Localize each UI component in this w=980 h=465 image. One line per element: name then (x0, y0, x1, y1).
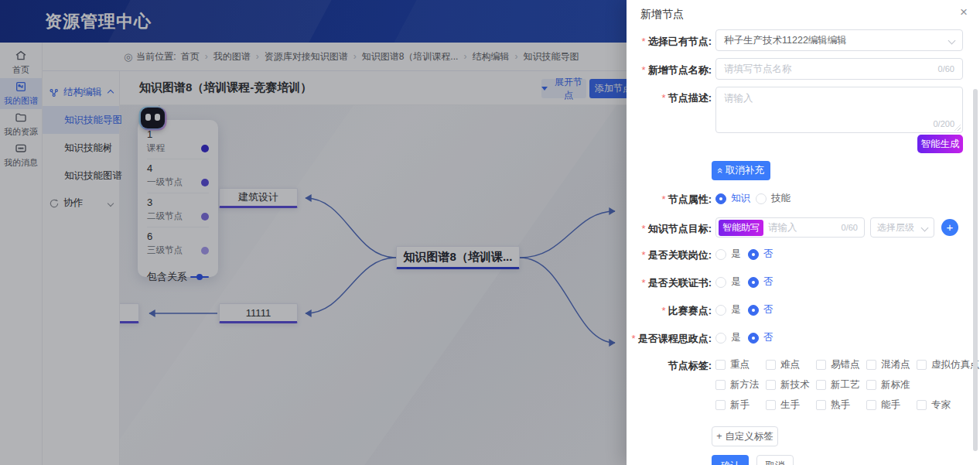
required-asterisk: * (642, 277, 646, 289)
checkbox-label: 能手 (881, 398, 900, 412)
radio-ideology-no[interactable]: 否 (748, 331, 773, 344)
radio-assoc-cert-no[interactable]: 否 (748, 275, 773, 289)
checkbox-box (866, 400, 876, 410)
radio-label: 否 (763, 331, 773, 344)
radio-label: 知识 (731, 192, 750, 205)
input-placeholder: 请填写节点名称 (724, 63, 792, 76)
radio-dot (748, 277, 759, 288)
radio-assoc-cert-yes[interactable]: 是 (715, 275, 741, 289)
field-label-node-desc: *节点描述: (630, 91, 712, 105)
field-label-node-name: *新增节点名称: (630, 63, 712, 77)
drawer-scrollbar[interactable] (973, 89, 978, 451)
checkbox-box (766, 380, 776, 390)
field-label-select-node: *选择已有节点: (630, 35, 712, 49)
checkbox-label: 熟手 (831, 398, 850, 412)
required-asterisk: * (662, 193, 666, 205)
radio-dot (715, 333, 726, 344)
checkbox-tag[interactable]: 易错点 (816, 358, 860, 371)
app-root: 资源管理中心 首页 我的图谱 我的资源 我的消息 ◎ 当前位置: 首页 › 我的… (0, 0, 980, 465)
checkbox-label: 新工艺 (831, 378, 860, 391)
custom-tag-button[interactable]: + 自定义标签 (712, 426, 778, 446)
checkbox-tag[interactable]: 混淆点 (866, 358, 910, 371)
checkbox-label: 重点 (730, 358, 750, 371)
radio-dot (715, 249, 726, 260)
chevron-down-icon (921, 224, 929, 231)
add-goal-button[interactable]: + (941, 219, 958, 236)
checkbox-box (866, 380, 876, 390)
checkbox-label: 生手 (780, 398, 800, 412)
checkbox-box (715, 380, 726, 390)
confirm-button[interactable]: 确认 (712, 455, 749, 465)
input-placeholder: 请输入 (768, 221, 797, 234)
field-label-node-attr: *节点属性: (630, 193, 712, 207)
radio-dot (748, 333, 759, 344)
checkbox-tag[interactable]: 专家 (917, 398, 951, 412)
select-value: 种子生产技术11222编辑编辑 (724, 34, 847, 47)
checkbox-label: 混淆点 (881, 358, 910, 371)
radio-label: 否 (763, 303, 773, 316)
node-desc-textarea[interactable]: 请输入 0/200 (715, 87, 963, 133)
ai-assist-badge[interactable]: 智能助写 (719, 220, 763, 236)
checkbox-box (917, 400, 927, 410)
checkbox-tag[interactable]: 新方法 (715, 378, 760, 391)
textarea-placeholder: 请输入 (724, 92, 753, 105)
char-counter: 0/60 (938, 64, 954, 74)
radio-dot (715, 193, 726, 204)
double-chevron-up-icon: « (715, 168, 726, 173)
select-placeholder: 选择层级 (877, 221, 914, 234)
checkbox-box (816, 360, 826, 370)
checkbox-label: 新手 (730, 398, 750, 412)
radio-assoc-post-no[interactable]: 否 (748, 248, 773, 261)
checkbox-label: 新标准 (881, 378, 910, 391)
checkbox-tag[interactable]: 能手 (866, 398, 900, 412)
checkbox-tag[interactable]: 新技术 (766, 378, 810, 391)
field-label-ideology-point: *是否课程思政点: (630, 332, 712, 346)
required-asterisk: * (642, 36, 646, 47)
checkbox-box (816, 400, 826, 410)
radio-match-point-no[interactable]: 否 (748, 303, 773, 316)
checkbox-tag[interactable]: 熟手 (816, 398, 850, 412)
required-asterisk: * (632, 333, 636, 344)
radio-label: 是 (731, 303, 741, 316)
checkbox-box (766, 360, 776, 370)
checkbox-label: 难点 (780, 358, 800, 371)
radio-knowledge[interactable]: 知识 (715, 192, 750, 205)
checkbox-label: 易错点 (831, 358, 860, 371)
node-goal-input[interactable]: 智能助写 请输入 0/60 (715, 217, 865, 238)
checkbox-tag[interactable]: 难点 (766, 358, 800, 371)
cancel-button[interactable]: 取消 (756, 455, 794, 465)
checkbox-box (715, 360, 726, 370)
radio-assoc-post-yes[interactable]: 是 (715, 248, 741, 261)
checkbox-tag[interactable]: 生手 (766, 398, 800, 412)
checkbox-tag[interactable]: 新工艺 (816, 378, 860, 391)
ai-generate-button[interactable]: 智能生成 (917, 135, 963, 153)
resize-grip[interactable] (954, 125, 961, 131)
radio-ideology-yes[interactable]: 是 (715, 331, 741, 344)
required-asterisk: * (662, 305, 666, 316)
checkbox-tag[interactable]: 虚拟仿真点 (917, 358, 980, 371)
level-select[interactable]: 选择层级 (870, 217, 934, 238)
checkbox-tag[interactable]: 重点 (715, 358, 750, 371)
radio-match-point-yes[interactable]: 是 (715, 303, 741, 316)
radio-dot (756, 193, 767, 204)
radio-dot (715, 277, 726, 288)
radio-label: 是 (731, 275, 741, 289)
node-name-input[interactable]: 请填写节点名称 0/60 (715, 58, 963, 80)
cancel-supplement-button[interactable]: « 取消补充 (712, 161, 770, 180)
field-label-assoc-post: *是否关联岗位: (630, 248, 712, 262)
checkbox-label: 专家 (931, 398, 951, 412)
radio-label: 是 (731, 331, 741, 344)
modal-overlay[interactable] (0, 0, 627, 465)
existing-node-select[interactable]: 种子生产技术11222编辑编辑 (715, 29, 963, 51)
close-icon[interactable]: × (960, 5, 968, 20)
radio-dot (748, 249, 759, 260)
radio-skill[interactable]: 技能 (756, 192, 790, 205)
required-asterisk: * (662, 92, 666, 104)
radio-dot (715, 305, 726, 316)
field-label-node-tags: 节点标签: (630, 359, 712, 373)
checkbox-tag[interactable]: 新标准 (866, 378, 910, 391)
checkbox-box (816, 380, 826, 390)
checkbox-tag[interactable]: 新手 (715, 398, 750, 412)
cancel-supplement-label: 取消补充 (726, 164, 764, 177)
field-label-node-goal: *知识节点目标: (630, 222, 712, 236)
